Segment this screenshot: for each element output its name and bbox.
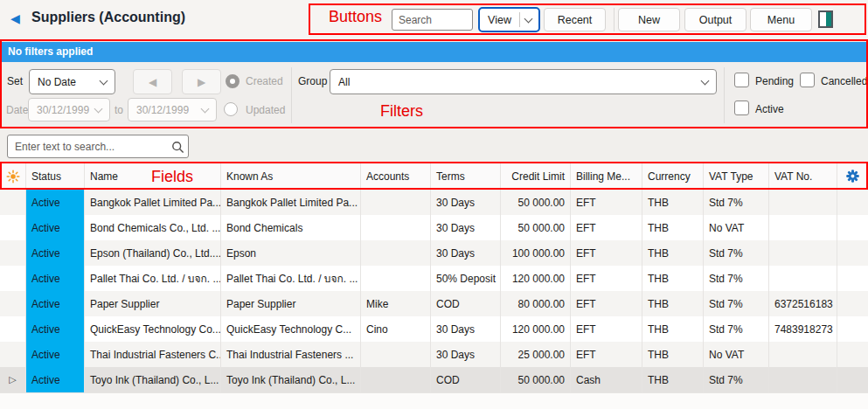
pending-checkbox[interactable]: [734, 73, 749, 87]
cell-known-as: Epson: [221, 240, 361, 266]
cell-terms: 30 Days: [431, 215, 501, 240]
cell-vat-no: [769, 266, 837, 291]
next-icon: ▶: [198, 76, 205, 88]
cell-billing-method: EFT: [571, 342, 642, 367]
cell-billing-method: EFT: [571, 291, 642, 316]
output-button[interactable]: Output: [684, 8, 746, 31]
cell-name: Thai Industrial Fasteners C...: [85, 342, 221, 367]
cell-billing-method: EFT: [571, 316, 642, 342]
sun-icon: [0, 163, 26, 189]
cell-terms: COD: [431, 367, 501, 392]
created-radio-label: Created: [246, 75, 283, 87]
cell-vat-type: Std 7%: [704, 367, 769, 392]
pending-checkbox-label: Pending: [755, 75, 794, 87]
row-gutter: [0, 291, 26, 316]
suppliers-window: ◀ Suppliers (Accounting) View Recent New…: [0, 0, 868, 409]
cell-currency: THB: [642, 367, 704, 392]
cell-currency: THB: [642, 266, 704, 291]
toolbar-divider: [614, 8, 615, 31]
cell-accounts: [361, 240, 431, 266]
menu-button[interactable]: Menu: [750, 8, 812, 31]
cell-status: Active: [26, 291, 85, 316]
new-button[interactable]: New: [618, 8, 680, 31]
cell-known-as: Bond Chemicals: [221, 215, 361, 240]
date-label: Date: [6, 104, 28, 116]
cancelled-checkbox[interactable]: [800, 73, 815, 87]
cell-billing-method: EFT: [571, 266, 642, 291]
output-button-label: Output: [699, 14, 733, 26]
previous-period-button[interactable]: ◀: [133, 69, 172, 94]
table-row[interactable]: ActivePaper SupplierPaper SupplierMikeCO…: [0, 291, 868, 316]
cell-vat-no: [769, 240, 837, 266]
table-empty-area: [0, 392, 868, 409]
filter-status-text: No filters applied: [8, 45, 93, 58]
table-row[interactable]: ActiveQuickEasy Technology Co...QuickEas…: [0, 316, 868, 342]
column-header-vat-type[interactable]: VAT Type: [704, 163, 769, 189]
column-header-accounts[interactable]: Accounts: [361, 163, 431, 189]
row-end-spacer: [837, 240, 868, 266]
cell-credit-limit: 25 000.00: [501, 342, 571, 367]
table-row[interactable]: ActivePallet Thai Co. Ltd. / บจก. ...Pal…: [0, 266, 868, 291]
panel-toggle-right-half: [826, 12, 832, 26]
recent-button[interactable]: Recent: [544, 8, 606, 31]
next-period-button[interactable]: ▶: [182, 69, 221, 94]
date-from-dropdown: 30/12/1999: [28, 98, 110, 121]
cell-currency: THB: [642, 316, 704, 342]
cell-vat-no: [769, 342, 837, 367]
filter-status-bar: No filters applied: [0, 42, 868, 62]
row-gutter: [0, 316, 26, 342]
cell-status: Active: [26, 190, 85, 215]
column-header-terms[interactable]: Terms: [431, 163, 501, 189]
date-to-value: 30/12/1999: [136, 104, 202, 116]
cell-name: Pallet Thai Co. Ltd. / บจก. ...: [85, 266, 221, 291]
cell-vat-type: Std 7%: [704, 316, 769, 342]
column-header-billing-me[interactable]: Billing Me...: [571, 163, 642, 189]
view-dropdown[interactable]: View: [478, 7, 540, 32]
new-button-label: New: [638, 14, 660, 26]
date-to-dropdown: 30/12/1999: [128, 98, 217, 121]
column-header-known-as[interactable]: Known As: [221, 163, 361, 189]
column-header-vat-no[interactable]: VAT No.: [769, 163, 837, 189]
table-row[interactable]: ▷ActiveToyo Ink (Thailand) Co., L...Toyo…: [0, 367, 868, 392]
cell-name: Bangkok Pallet Limited Pa...: [85, 190, 221, 215]
group-dropdown[interactable]: All: [330, 69, 717, 94]
back-icon[interactable]: ◀: [10, 11, 20, 25]
table-row[interactable]: ActiveEpson (Thailand) Co., Ltd....Epson…: [0, 240, 868, 266]
menu-button-label: Menu: [767, 14, 795, 26]
cell-status: Active: [26, 342, 85, 367]
toolbar-search-input[interactable]: [392, 9, 473, 31]
set-date-dropdown[interactable]: No Date: [29, 69, 115, 94]
top-bar: ◀ Suppliers (Accounting) View Recent New…: [0, 0, 868, 40]
column-header-credit-limit[interactable]: Credit Limit: [501, 163, 571, 189]
cell-status: Active: [26, 215, 85, 240]
chevron-down-icon: [701, 76, 710, 85]
table-search-input[interactable]: [7, 135, 189, 158]
cell-billing-method: Cash: [571, 367, 642, 392]
cell-terms: 30 Days: [431, 190, 501, 215]
cell-terms: 50% Deposit: [431, 266, 501, 291]
created-radio[interactable]: [226, 74, 240, 88]
active-checkbox[interactable]: [734, 101, 749, 115]
column-settings-gear-icon[interactable]: [837, 163, 868, 189]
cell-credit-limit: 50 000.00: [501, 215, 571, 240]
cell-accounts: [361, 190, 431, 215]
column-header-name[interactable]: Name: [85, 163, 221, 189]
chevron-down-icon: [201, 104, 210, 113]
updated-radio[interactable]: [224, 102, 238, 116]
table-row[interactable]: ActiveThai Industrial Fasteners C...Thai…: [0, 342, 868, 367]
cell-accounts: Mike: [361, 291, 431, 316]
table-row[interactable]: ActiveBangkok Pallet Limited Pa...Bangko…: [0, 190, 868, 215]
cell-known-as: Bangkok Pallet Limited Pa...: [221, 190, 361, 215]
column-header-status[interactable]: Status: [26, 163, 85, 189]
active-checkbox-label: Active: [755, 103, 784, 115]
table-row[interactable]: ActiveBond Chemicals Co., Ltd. ...Bond C…: [0, 215, 868, 240]
panel-toggle-icon[interactable]: [818, 10, 833, 28]
cell-billing-method: EFT: [571, 215, 642, 240]
updated-radio-label: Updated: [246, 104, 285, 116]
cell-known-as: Thai Industrial Fasteners ...: [221, 342, 361, 367]
column-header-currency[interactable]: Currency: [642, 163, 704, 189]
search-icon[interactable]: [171, 141, 184, 157]
cell-vat-no: 6372516183: [769, 291, 837, 316]
cell-known-as: Pallet Thai Co. Ltd. / บจก. ...: [221, 266, 361, 291]
row-end-spacer: [837, 316, 868, 342]
